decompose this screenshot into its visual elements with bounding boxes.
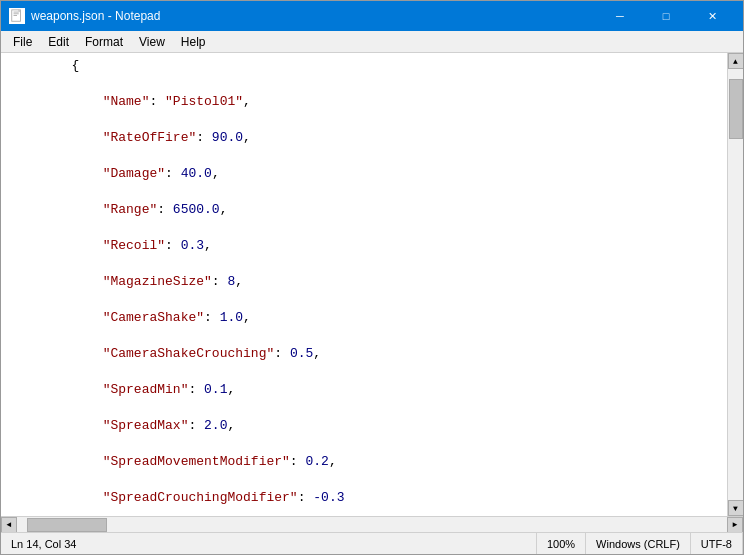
status-line-ending: Windows (CRLF) [586, 533, 691, 554]
code-line: "SpreadCrouchingModifier": -0.3 [1, 489, 727, 507]
window-title: weapons.json - Notepad [31, 9, 160, 23]
vertical-scrollbar[interactable]: ▲ ▼ [727, 53, 743, 516]
menu-view[interactable]: View [131, 31, 173, 52]
menu-file[interactable]: File [5, 31, 40, 52]
scroll-up-button[interactable]: ▲ [728, 53, 744, 69]
menu-format[interactable]: Format [77, 31, 131, 52]
scroll-left-button[interactable]: ◄ [1, 517, 17, 533]
horizontal-scrollbar[interactable]: ◄ ► [1, 516, 743, 532]
title-bar: weapons.json - Notepad ─ □ ✕ [1, 1, 743, 31]
code-line: "MagazineSize": 8, [1, 273, 727, 291]
scroll-down-button[interactable]: ▼ [728, 500, 744, 516]
minimize-button[interactable]: ─ [597, 1, 643, 31]
scroll-thumb-h[interactable] [27, 518, 107, 532]
menu-help[interactable]: Help [173, 31, 214, 52]
code-line: { [1, 57, 727, 75]
scroll-thumb-v[interactable] [729, 79, 743, 139]
code-line: "CameraShakeCrouching": 0.5, [1, 345, 727, 363]
menu-bar: File Edit Format View Help [1, 31, 743, 53]
code-line: "Recoil": 0.3, [1, 237, 727, 255]
svg-rect-3 [14, 15, 18, 16]
scroll-right-button[interactable]: ► [727, 517, 743, 533]
svg-rect-2 [14, 13, 19, 14]
scroll-track-h[interactable] [17, 517, 727, 532]
code-line: "Range": 6500.0, [1, 201, 727, 219]
close-button[interactable]: ✕ [689, 1, 735, 31]
code-line: "CameraShake": 1.0, [1, 309, 727, 327]
status-bar: Ln 14, Col 34 100% Windows (CRLF) UTF-8 [1, 532, 743, 554]
notepad-window: weapons.json - Notepad ─ □ ✕ File Edit F… [0, 0, 744, 555]
code-line: "SpreadMin": 0.1, [1, 381, 727, 399]
editor-container: { "Name": "Pistol01", "RateOfFire": 90.0… [1, 53, 743, 516]
code-line: "RateOfFire": 90.0, [1, 129, 727, 147]
scroll-track-v[interactable] [728, 69, 743, 500]
menu-edit[interactable]: Edit [40, 31, 77, 52]
code-line: "Name": "Pistol01", [1, 93, 727, 111]
code-line: "Damage": 40.0, [1, 165, 727, 183]
status-position: Ln 14, Col 34 [1, 533, 537, 554]
status-encoding: UTF-8 [691, 533, 743, 554]
title-bar-left: weapons.json - Notepad [9, 8, 160, 24]
status-zoom: 100% [537, 533, 586, 554]
svg-rect-1 [14, 12, 19, 13]
notepad-icon [9, 8, 25, 24]
code-line: "SpreadMax": 2.0, [1, 417, 727, 435]
maximize-button[interactable]: □ [643, 1, 689, 31]
code-line: "SpreadMovementModifier": 0.2, [1, 453, 727, 471]
editor-content[interactable]: { "Name": "Pistol01", "RateOfFire": 90.0… [1, 53, 727, 516]
title-bar-buttons: ─ □ ✕ [597, 1, 735, 31]
